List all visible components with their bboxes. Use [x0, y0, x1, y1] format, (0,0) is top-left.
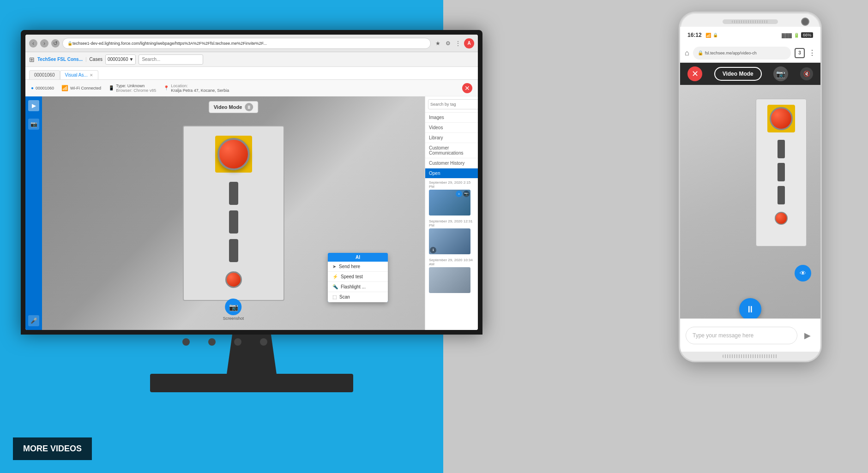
monitor-btn-4	[260, 338, 267, 346]
flashlight-icon: 🔦	[332, 284, 338, 289]
search-tag-input[interactable]	[428, 99, 478, 109]
phone-menu-dots[interactable]: ⋮	[808, 48, 816, 57]
phone-lock-icon: 🔒	[698, 50, 703, 55]
phone-switch-2	[778, 163, 785, 181]
sf-dropdown[interactable]: 00001060 ▼	[105, 54, 136, 65]
phone-ar-indicator[interactable]: 👁	[795, 265, 811, 281]
thumb2-date: September 29, 2020 12:31 PM	[429, 219, 474, 228]
status-crm: ● 00001060	[31, 85, 54, 90]
context-menu: AI ➤ Send here ⚡ Speed test	[328, 253, 388, 302]
grid-icon: ⊞	[29, 56, 35, 63]
status-wifi: 📶 Wi-Fi Connected	[61, 85, 101, 91]
location-label: Location:	[171, 84, 229, 88]
phone-url-bar[interactable]: 🔒 fsl.techsee.me/app/video-ch	[693, 47, 791, 60]
refresh-button[interactable]: ↺	[51, 39, 60, 48]
status-bar: ● 00001060 📶 Wi-Fi Connected 📱 Type: Unk…	[25, 80, 478, 96]
phone-speaker-top	[723, 19, 778, 24]
monitor-wrap: ‹ › ↺ 🔒 techsee1-dev-ed.lightning.force.…	[21, 30, 501, 381]
panel-videos[interactable]: Videos	[425, 123, 478, 133]
phone-status-icons: ▓▓▓ 🔋 66%	[782, 32, 813, 38]
battery-icon: 🔋	[794, 33, 799, 38]
panel-history[interactable]: Customer History	[425, 158, 478, 168]
menu-item-scan[interactable]: ⬚ Scan	[328, 292, 388, 302]
signal-icon: ▓▓▓	[782, 33, 792, 38]
switch-3	[229, 239, 238, 262]
monitor-bezel: ‹ › ↺ 🔒 techsee1-dev-ed.lightning.force.…	[25, 35, 478, 330]
menu-item-flashlight[interactable]: 🔦 Flashlight ...	[328, 282, 388, 292]
back-button[interactable]: ‹	[29, 39, 37, 48]
forward-button[interactable]: ›	[40, 39, 48, 48]
location-address: Kralja Petra 47, Kocane, Serbia	[171, 88, 229, 93]
phone-tab-count[interactable]: 3	[795, 48, 805, 58]
phone-pause-button[interactable]: ⏸	[739, 298, 761, 318]
phone-switch-1	[778, 140, 785, 158]
phone-video-feed: 👁 ⏸	[680, 85, 820, 318]
control-switches	[229, 182, 238, 262]
send-icon: ➤	[332, 264, 336, 269]
phone-time: 16:12	[687, 32, 702, 38]
sidebar-camera-icon[interactable]: 📷	[28, 119, 39, 130]
tab-record[interactable]: 00001060	[29, 70, 60, 79]
panel-library[interactable]: Library	[425, 133, 478, 143]
status-device: 📱 Type: Unknown Browser: Chrome v85	[108, 84, 156, 93]
thumb3-img[interactable]	[429, 267, 470, 293]
thumb2-info-icon: ℹ	[430, 247, 436, 253]
panel-images[interactable]: Images	[425, 113, 478, 123]
phone-camera-button[interactable]: 📷	[773, 66, 788, 81]
speed-icon: ⚡	[332, 274, 338, 279]
browser-bar: ‹ › ↺ 🔒 techsee1-dev-ed.lightning.force.…	[25, 35, 478, 52]
thumb1-img[interactable]: 📷 +	[429, 190, 470, 216]
browser-window: ‹ › ↺ 🔒 techsee1-dev-ed.lightning.force.…	[25, 35, 478, 330]
more-icon[interactable]: ⋮	[454, 39, 462, 48]
bookmark-icon[interactable]: ★	[434, 39, 442, 48]
menu-item-speed[interactable]: ⚡ Speed test	[328, 272, 388, 282]
panel-comms[interactable]: Customer Communications	[425, 143, 478, 158]
wifi-phone-icon: 🔒	[713, 33, 718, 37]
thumb1-icon: 📷	[463, 191, 470, 197]
thumb2-img[interactable]: ℹ	[429, 228, 470, 254]
screenshot-icon: 📷	[225, 299, 242, 315]
video-feed: Video Mode ⏸ 📷 Screenshot AI	[42, 96, 425, 330]
phone-send-button[interactable]: ▶	[800, 328, 815, 343]
menu-item-send[interactable]: ➤ Send here	[328, 262, 388, 272]
phone-speaker-bottom	[680, 352, 820, 361]
browser-icons: ★ ⚙ ⋮ A	[434, 38, 474, 48]
monitor-buttons	[182, 338, 267, 346]
settings-icon[interactable]: ⚙	[444, 39, 452, 48]
red-button-small	[225, 271, 242, 288]
speaker-dots	[732, 20, 769, 23]
screenshot-label: Screenshot	[223, 316, 244, 321]
device-browser: Browser: Chrome v85	[116, 88, 156, 93]
phone-battery: 66%	[801, 32, 813, 38]
phone-switch-3	[778, 186, 785, 204]
phone-video-mode-button[interactable]: Video Mode	[714, 67, 762, 81]
sidebar-video-icon[interactable]: ▶	[28, 100, 39, 111]
monitor-screen: ‹ › ↺ 🔒 techsee1-dev-ed.lightning.force.…	[21, 30, 482, 335]
wifi-icon: 📶	[61, 85, 68, 91]
phone-message-input[interactable]: Type your message here	[686, 327, 797, 344]
phone-yellow-mount	[767, 105, 795, 132]
phone-mute-button[interactable]: 🔇	[800, 67, 813, 80]
profile-avatar[interactable]: A	[464, 38, 474, 48]
phone-action-bar: ✕ Video Mode 📷 🔇	[680, 63, 820, 85]
sf-search[interactable]	[139, 54, 203, 65]
monitor-btn-1	[182, 338, 190, 346]
sidebar-mic-icon[interactable]: 🎤	[28, 315, 39, 326]
sf-nav-cases[interactable]: Cases	[90, 57, 102, 62]
video-mode-text: Video Mode	[214, 104, 242, 110]
phone-switches	[778, 140, 785, 204]
panel-open[interactable]: Open	[425, 168, 478, 179]
phone-home-icon[interactable]: ⌂	[685, 49, 689, 57]
phone-wrap: 16:12 📶 🔒 ▓▓▓ 🔋 66% ⌂ 🔒 fsl.techsee.me/a…	[679, 12, 822, 362]
phone-close-button[interactable]: ✕	[687, 66, 702, 81]
thumbnail-1: September 29, 2020 2:15 PM 📷 +	[429, 180, 474, 216]
url-bar[interactable]: 🔒 techsee1-dev-ed.lightning.force.com/li…	[62, 38, 431, 49]
close-session-button[interactable]: ✕	[462, 83, 472, 93]
sf-toolbar: ⊞ TechSee FSL Cons... | Cases 00001060 ▼	[25, 52, 478, 67]
monitor-stand-base	[150, 374, 353, 392]
pause-icon[interactable]: ⏸	[245, 103, 253, 111]
tab-visual[interactable]: Visual As... ✕	[60, 70, 98, 79]
more-videos-button[interactable]: MORE VIDEOS	[13, 437, 92, 460]
screenshot-button[interactable]: 📷 Screenshot	[223, 299, 244, 321]
tab-close-icon[interactable]: ✕	[90, 73, 93, 78]
